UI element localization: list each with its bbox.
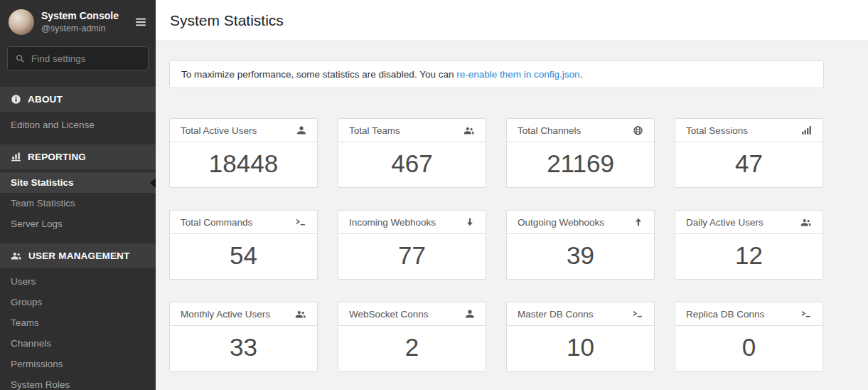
stat-card-outgoing-webhooks: Outgoing Webhooks 39 bbox=[506, 210, 655, 280]
user-icon bbox=[465, 309, 475, 319]
stat-card-value: 12 bbox=[675, 234, 823, 279]
stat-card-title: Total Channels bbox=[518, 125, 581, 136]
sidebar-item-teams[interactable]: Teams bbox=[0, 312, 156, 333]
terminal-icon bbox=[800, 309, 812, 319]
stat-card-title: Daily Active Users bbox=[686, 217, 763, 228]
stat-card-replica-db-conns: Replica DB Conns 0 bbox=[675, 302, 823, 371]
stat-card-value: 2 bbox=[338, 326, 486, 371]
signal-icon bbox=[801, 125, 812, 135]
search-input[interactable] bbox=[7, 46, 149, 70]
console-identity: System Console @system-admin bbox=[41, 9, 119, 35]
users-icon bbox=[11, 251, 22, 261]
banner-text-end: . bbox=[580, 69, 583, 80]
sidebar-item-edition-and-license[interactable]: Edition and License bbox=[0, 115, 156, 135]
users-icon bbox=[800, 217, 812, 228]
stat-card-title: Monthly Active Users bbox=[181, 309, 270, 320]
performance-banner: To maximize performance, some statistics… bbox=[169, 60, 824, 88]
stat-card-value: 467 bbox=[338, 142, 486, 187]
sidebar-group-reporting: Site Statistics Team Statistics Server L… bbox=[0, 169, 156, 237]
statistics-content: To maximize performance, some statistics… bbox=[156, 41, 868, 371]
sidebar-item-server-logs[interactable]: Server Logs bbox=[0, 214, 156, 234]
stat-card-title: Incoming Webhooks bbox=[349, 217, 436, 228]
user-icon bbox=[296, 125, 306, 135]
info-icon bbox=[11, 94, 21, 105]
stat-card-value: 77 bbox=[338, 234, 486, 279]
stat-card-value: 10 bbox=[507, 326, 654, 371]
sidebar-nav: ABOUT Edition and License REPORTING Site… bbox=[0, 80, 156, 390]
stat-card-value: 21169 bbox=[507, 142, 654, 187]
sidebar-item-users[interactable]: Users bbox=[0, 271, 156, 292]
stat-card-value: 33 bbox=[170, 326, 317, 371]
stat-card-monthly-active-users: Monthly Active Users 33 bbox=[169, 302, 318, 371]
sidebar: System Console @system-admin ABOUT Editi… bbox=[0, 0, 156, 390]
sidebar-section-user-management[interactable]: USER MANAGEMENT bbox=[0, 243, 156, 268]
stat-card-incoming-webhooks: Incoming Webhooks 77 bbox=[338, 210, 486, 280]
stat-card-master-db-conns: Master DB Conns 10 bbox=[506, 302, 655, 371]
sidebar-item-channels[interactable]: Channels bbox=[0, 333, 156, 354]
sidebar-item-site-statistics[interactable]: Site Statistics bbox=[0, 172, 156, 193]
stat-card-total-sessions: Total Sessions 47 bbox=[675, 118, 823, 188]
page-header: System Statistics bbox=[156, 0, 868, 41]
stat-card-total-channels: Total Channels 21169 bbox=[506, 118, 655, 188]
stat-card-total-commands: Total Commands 54 bbox=[169, 210, 318, 280]
banner-text: To maximize performance, some statistics… bbox=[181, 69, 456, 80]
stat-card-title: Master DB Conns bbox=[518, 309, 594, 320]
users-icon bbox=[295, 309, 306, 320]
stat-card-value: 0 bbox=[675, 326, 823, 371]
main-content: System Statistics To maximize performanc… bbox=[156, 0, 868, 390]
arrow-up-icon bbox=[633, 217, 643, 227]
stat-card-value: 18448 bbox=[170, 142, 317, 187]
sidebar-section-about[interactable]: ABOUT bbox=[0, 87, 156, 112]
sidebar-header: System Console @system-admin bbox=[0, 0, 156, 42]
stat-card-title: Replica DB Conns bbox=[686, 309, 764, 320]
sidebar-item-permissions[interactable]: Permissions bbox=[0, 354, 156, 374]
stat-card-title: Outgoing Webhooks bbox=[518, 217, 604, 228]
stat-card-daily-active-users: Daily Active Users 12 bbox=[675, 210, 823, 280]
stat-card-websocket-conns: WebSocket Conns 2 bbox=[338, 302, 486, 371]
globe-icon bbox=[633, 125, 643, 136]
sidebar-section-label: ABOUT bbox=[28, 94, 63, 105]
stats-grid: Total Active Users 18448 Total Teams 467… bbox=[169, 118, 868, 371]
sidebar-group-user-management: Users Groups Teams Channels Permissions … bbox=[0, 268, 156, 390]
sidebar-group-about: Edition and License bbox=[0, 112, 156, 138]
terminal-icon bbox=[632, 309, 643, 319]
stat-card-title: Total Commands bbox=[181, 217, 252, 228]
sidebar-section-label: REPORTING bbox=[28, 152, 86, 162]
stat-card-value: 39 bbox=[507, 234, 654, 279]
users-icon bbox=[464, 125, 475, 136]
sidebar-section-label: USER MANAGEMENT bbox=[28, 251, 130, 261]
stat-card-title: WebSocket Conns bbox=[349, 309, 429, 320]
sidebar-item-system-roles[interactable]: System Roles bbox=[0, 374, 156, 390]
sidebar-item-groups[interactable]: Groups bbox=[0, 292, 156, 312]
terminal-icon bbox=[295, 217, 306, 227]
config-json-link[interactable]: re-enable them in config.json bbox=[456, 69, 579, 80]
arrow-down-icon bbox=[465, 217, 475, 227]
search-icon bbox=[15, 53, 25, 63]
stat-card-title: Total Active Users bbox=[181, 125, 257, 136]
page-title: System Statistics bbox=[170, 12, 284, 28]
menu-icon[interactable] bbox=[134, 16, 147, 28]
search-box bbox=[0, 42, 156, 80]
stat-card-total-active-users: Total Active Users 18448 bbox=[169, 118, 318, 188]
sidebar-section-reporting[interactable]: REPORTING bbox=[0, 144, 156, 169]
console-title: System Console bbox=[41, 9, 119, 23]
bar-chart-icon bbox=[11, 152, 21, 162]
admin-username: @system-admin bbox=[41, 23, 119, 35]
stat-card-title: Total Sessions bbox=[686, 125, 748, 136]
stat-card-title: Total Teams bbox=[349, 125, 400, 136]
stat-card-total-teams: Total Teams 467 bbox=[338, 118, 486, 188]
sidebar-item-team-statistics[interactable]: Team Statistics bbox=[0, 193, 156, 214]
stat-card-value: 47 bbox=[675, 142, 823, 187]
stat-card-value: 54 bbox=[170, 234, 317, 279]
avatar[interactable] bbox=[9, 9, 34, 35]
